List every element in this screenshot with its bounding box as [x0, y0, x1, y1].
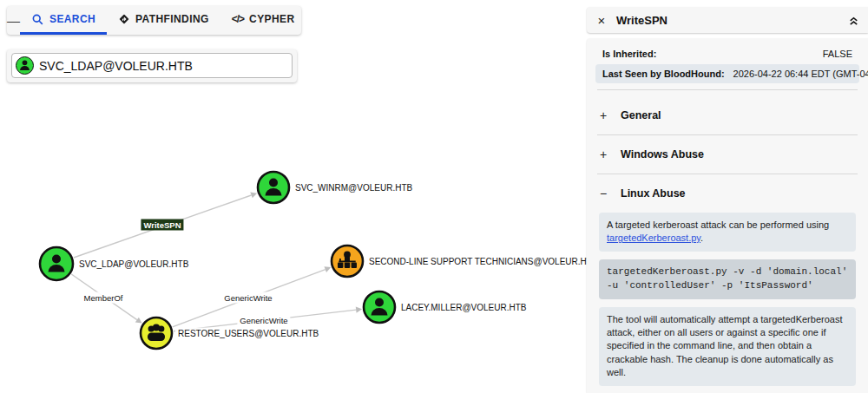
abuse-code-block[interactable]: targetedKerberoast.py -v -d 'domain.loca…	[599, 259, 856, 299]
section-linux-abuse[interactable]: −Linux Abuse	[587, 174, 868, 213]
node-label: LACEY.MILLER@VOLEUR.HTB	[398, 302, 529, 313]
edge-label-writespn[interactable]: WriteSPN	[141, 219, 183, 231]
directions-icon	[118, 13, 130, 25]
tab-pathfinding[interactable]: PATHFINDING	[107, 6, 220, 35]
sections: +General+Windows Abuse−Linux Abuse	[587, 96, 868, 213]
node-label: RESTORE_USERS@VOLEUR.HTB	[175, 328, 321, 339]
edge-detail-panel: Is Inherited:FALSELast Seen by BloodHoun…	[587, 38, 868, 393]
property-value: FALSE	[823, 49, 852, 59]
tab-search[interactable]: SEARCH	[20, 6, 107, 35]
node-label: SVC_WINRM@VOLEUR.HTB	[293, 182, 415, 193]
search-value: SVC_LDAP@VOLEUR.HTB	[39, 59, 193, 73]
section-label: General	[621, 109, 661, 121]
explore-toolbar: — SEARCHPATHFINDING</>CYPHER	[7, 6, 301, 35]
search-card: SVC_LDAP@VOLEUR.HTB	[7, 49, 297, 82]
property-row: Is Inherited:FALSE	[595, 44, 859, 63]
section-label: Linux Abuse	[621, 187, 686, 200]
collapse-icon: −	[597, 187, 609, 200]
search-input[interactable]: SVC_LDAP@VOLEUR.HTB	[11, 53, 293, 78]
section-general[interactable]: +General	[587, 96, 868, 134]
edge-title: WriteSPN	[616, 14, 667, 27]
targetedkerberoast-link[interactable]: targetedKerberoast.py	[607, 233, 700, 243]
property-rows: Is Inherited:FALSELast Seen by BloodHoun…	[587, 44, 868, 83]
tab-label: CYPHER	[249, 13, 294, 25]
edge-label-genericwrite[interactable]: GenericWrite	[221, 292, 274, 304]
code-icon: </>	[232, 13, 244, 25]
abuse-paragraph: The tool will automatically attempt a ta…	[599, 307, 856, 386]
edge-arrowhead	[356, 307, 362, 313]
edge-arrowhead	[135, 318, 142, 324]
graph-node-svc-ldap[interactable]	[40, 247, 73, 280]
minimize-button[interactable]: —	[7, 6, 20, 35]
divider	[597, 89, 858, 90]
property-row: Last Seen by BloodHound:2026-04-22 06:44…	[595, 64, 859, 83]
section-label: Windows Abuse	[621, 148, 704, 160]
linux-abuse-content: A targeted kerberoast attack can be perf…	[587, 213, 868, 393]
graph-node-second-line[interactable]	[332, 246, 363, 277]
edge-detail-header: × WriteSPN	[587, 7, 868, 33]
tab-cypher[interactable]: </>CYPHER	[220, 6, 306, 35]
edge-label-memberof[interactable]: MemberOf	[82, 292, 126, 304]
node-label: SECOND-LINE SUPPORT TECHNICIANS@VOLEUR.H…	[366, 256, 601, 267]
bloodhound-app: SVC_LDAP@VOLEUR.HTBSVC_WINRM@VOLEUR.HTBS…	[0, 0, 868, 393]
collapse-all-icon[interactable]	[838, 14, 868, 27]
tab-list: SEARCHPATHFINDING</>CYPHER	[20, 6, 306, 35]
close-icon[interactable]: ×	[587, 13, 616, 28]
property-label: Last Seen by BloodHound:	[602, 69, 725, 79]
property-label: Is Inherited:	[602, 49, 656, 59]
search-icon	[31, 13, 44, 26]
tab-label: SEARCH	[49, 13, 95, 25]
property-value: 2026-04-22 06:44 EDT (GMT-0400)	[733, 69, 868, 79]
node-label: SVC_LDAP@VOLEUR.HTB	[76, 259, 191, 270]
graph-node-restore-users[interactable]	[141, 318, 172, 349]
expand-icon: +	[597, 148, 609, 160]
abuse-paragraph: A targeted kerberoast attack can be perf…	[599, 213, 856, 252]
tab-label: PATHFINDING	[135, 13, 209, 25]
graph-node-svc-winrm[interactable]	[258, 172, 289, 203]
edge-label-genericwrite[interactable]: GenericWrite	[237, 315, 290, 326]
user-icon	[16, 56, 34, 75]
expand-icon: +	[597, 109, 609, 121]
section-windows-abuse[interactable]: +Windows Abuse	[587, 135, 868, 174]
graph-node-lacey[interactable]	[364, 291, 395, 323]
